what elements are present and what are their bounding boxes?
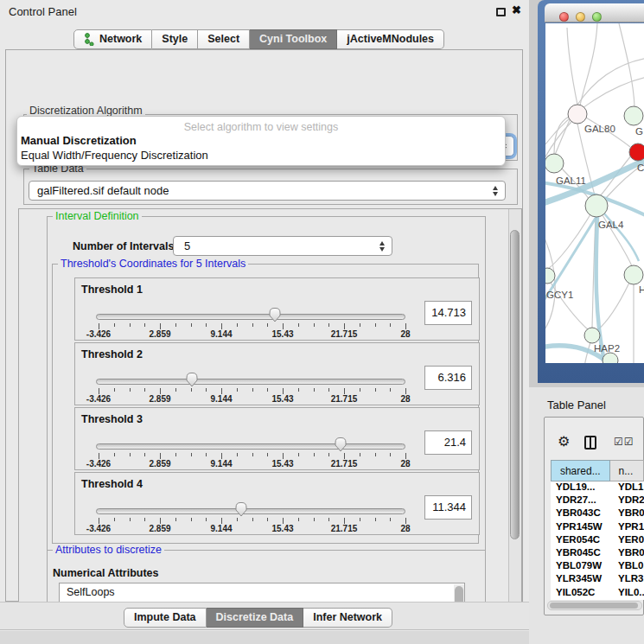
network-window-titlebar[interactable] <box>545 3 644 22</box>
minimize-traffic-light[interactable] <box>576 12 585 22</box>
cell-shared-name[interactable]: YDR27... <box>551 494 611 507</box>
float-window-icon[interactable] <box>496 8 506 16</box>
table-row[interactable]: YDR27...YDR2... <box>551 494 644 507</box>
cell-shared-name[interactable]: YLR345W <box>551 573 611 586</box>
table-row[interactable]: YLR345WYLR3... <box>551 573 644 586</box>
slider-track[interactable] <box>96 508 405 514</box>
tick-mark <box>160 388 161 394</box>
checkboxes-icon[interactable]: ☑☑ <box>614 436 634 448</box>
tab-style[interactable]: Style <box>152 29 198 49</box>
tick-mark <box>375 388 376 392</box>
vertical-scrollbar-thumb[interactable] <box>510 230 520 539</box>
cell-name[interactable]: YBR0... <box>611 507 644 520</box>
tab-network[interactable]: Network <box>73 29 152 49</box>
zoom-traffic-light[interactable] <box>592 12 602 22</box>
horizontal-scrollbar-thumb[interactable] <box>550 603 638 609</box>
cell-name[interactable]: YBR0... <box>611 547 644 560</box>
network-node-gal4[interactable] <box>585 194 608 217</box>
tick-label: 2.859 <box>138 459 182 469</box>
number-of-intervals-value: 5 <box>184 239 190 252</box>
network-edge[interactable] <box>554 117 569 154</box>
cell-name[interactable]: YDL1... <box>611 481 644 494</box>
list-item[interactable]: SelfLoops <box>60 583 464 599</box>
slider-handle[interactable] <box>268 307 282 322</box>
slider-track[interactable] <box>96 379 405 385</box>
table-row[interactable]: YBR045CYBR0... <box>551 547 644 560</box>
tick-mark <box>221 453 222 459</box>
network-edge[interactable] <box>567 28 577 105</box>
network-edge-highlighted[interactable] <box>545 215 597 302</box>
cell-name[interactable]: YLR3... <box>611 573 644 586</box>
network-edge[interactable] <box>580 23 597 105</box>
network-canvas[interactable]: GAL80GCGAL11GAL4GCY1HHAP2 <box>545 23 644 363</box>
tick-mark <box>114 323 115 327</box>
number-of-intervals-spinner[interactable]: 5 <box>173 236 392 256</box>
threshold-value-field[interactable]: 21.4 <box>424 430 472 455</box>
node-label: HAP2 <box>594 343 620 354</box>
gear-icon[interactable]: ⚙ <box>558 433 570 450</box>
tab-impute-data[interactable]: Impute Data <box>124 608 207 628</box>
network-view-window: GAL80GCGAL11GAL4GCY1HHAP2 <box>538 0 644 383</box>
network-node-h[interactable] <box>624 265 643 284</box>
column-header-name[interactable]: n... <box>610 460 644 481</box>
threshold-value-field[interactable]: 11.344 <box>424 495 472 520</box>
threshold-value-field[interactable]: 6.316 <box>424 366 472 390</box>
cell-name[interactable]: YDR2... <box>611 494 644 507</box>
tab-discretize-data[interactable]: Discretize Data <box>207 608 304 628</box>
threshold-panel-2: Threshold 2-3.4262.8599.14415.4321.71528… <box>74 342 480 405</box>
cell-name[interactable]: YER0... <box>611 534 644 547</box>
tab-select[interactable]: Select <box>198 29 250 49</box>
slider-handle[interactable] <box>234 501 248 517</box>
table-row[interactable]: YER054CYER0... <box>551 534 644 547</box>
tick-mark <box>114 388 115 392</box>
network-edge[interactable] <box>619 23 634 106</box>
tab-infer-network[interactable]: Infer Network <box>303 608 392 628</box>
column-header-shared-name[interactable]: shared... <box>551 460 610 481</box>
threshold-value-field[interactable]: 14.713 <box>424 301 472 325</box>
cell-name[interactable]: YPR1... <box>611 521 644 534</box>
cell-shared-name[interactable]: YBR045C <box>551 547 611 560</box>
network-node-g[interactable] <box>624 106 643 125</box>
network-edge[interactable] <box>597 283 629 330</box>
tick-label: 28 <box>384 459 427 469</box>
slider-track[interactable] <box>96 314 405 320</box>
menu-item-equal-width-frequency[interactable]: Equal Width/Frequency Discretization <box>21 149 208 162</box>
table-row[interactable]: YIL052CYIL0... <box>551 587 644 600</box>
slider-handle[interactable] <box>185 372 199 387</box>
tick-mark <box>314 388 315 392</box>
tab-jactivemnodules[interactable]: jActiveMNodules <box>337 29 444 49</box>
table-row[interactable]: YDL19...YDL1... <box>551 481 644 494</box>
menu-item-manual-discretization[interactable]: Manual Discretization <box>21 134 137 147</box>
cell-shared-name[interactable]: YDL19... <box>551 481 611 494</box>
cell-shared-name[interactable]: YBL079W <box>551 560 611 573</box>
table-row[interactable]: YBL079WYBL0... <box>551 560 644 573</box>
network-node-hap2[interactable] <box>584 328 600 343</box>
close-icon[interactable]: ✖ <box>512 3 521 16</box>
slider-track[interactable] <box>96 443 405 450</box>
cell-name[interactable]: YIL0... <box>611 587 644 600</box>
table-row[interactable]: YBR043CYBR0... <box>551 507 644 520</box>
cell-shared-name[interactable]: YBR043C <box>551 507 611 520</box>
tab-cyni-toolbox[interactable]: Cyni Toolbox <box>250 29 337 49</box>
node-label: GCY1 <box>546 290 573 300</box>
close-traffic-light[interactable] <box>559 12 569 22</box>
tick-mark <box>267 388 268 392</box>
tick-mark <box>144 518 145 521</box>
network-node-c[interactable] <box>629 143 644 161</box>
tick-mark <box>267 518 268 521</box>
cell-shared-name[interactable]: YPR145W <box>551 521 611 534</box>
network-node-gal80[interactable] <box>568 105 587 124</box>
tick-label: 9.144 <box>200 459 243 469</box>
table-row[interactable]: YPR145WYPR1... <box>551 521 644 534</box>
tab-label: Cyni Toolbox <box>259 30 327 48</box>
table-data-combobox[interactable]: galFiltered.sif default node <box>29 181 506 201</box>
slider-handle[interactable] <box>334 437 348 452</box>
column-split-icon[interactable] <box>584 436 596 450</box>
tick-mark <box>175 518 176 521</box>
network-node-gal11[interactable] <box>545 154 564 173</box>
cell-shared-name[interactable]: YER054C <box>551 534 611 547</box>
cell-shared-name[interactable]: YIL052C <box>551 587 611 600</box>
tab-label: Impute Data <box>134 609 196 627</box>
cell-name[interactable]: YBL0... <box>611 560 644 573</box>
tick-mark <box>144 453 145 456</box>
